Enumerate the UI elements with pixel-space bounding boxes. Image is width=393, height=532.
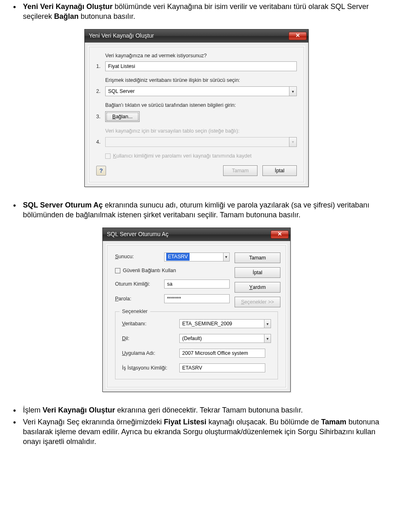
bullet-4: Veri Kaynağı Seç ekranında örneğimizdeki… [8, 417, 385, 447]
bullet-3: İşlem Veri Kaynağı Oluştur ekranına geri… [8, 405, 385, 415]
dialog1-title: Yeni Veri Kaynağı Oluştur [89, 32, 154, 40]
step-num-1: 1. [96, 63, 105, 70]
close-icon[interactable]: ✕ [271, 230, 289, 239]
chevron-down-icon[interactable]: ▾ [289, 86, 297, 96]
server-combo[interactable]: ETASRV [164, 252, 223, 261]
bullet-1-bold: Yeni Veri Kaynağı Oluştur [23, 2, 113, 11]
bullet-2: SQL Server Oturum Aç ekranında sunucu ad… [8, 200, 385, 220]
server-label: Sunucu:Sunucu: [115, 253, 164, 260]
help-icon[interactable]: ? [96, 166, 106, 176]
dialog2-titlebar[interactable]: SQL Server Oturumu Aç ✕ [103, 228, 290, 241]
dialog1-q4: Veri kaynağınız için bir varsayılan tabl… [105, 128, 297, 135]
login-label: Oturum Kimliği: [115, 281, 164, 288]
bullet-2-bold: SQL Server Oturum Aç [23, 201, 103, 209]
step-num-3: 3. [96, 113, 105, 120]
trusted-connection-checkbox[interactable]: Güvenli Bağlantı Kullan [115, 267, 230, 274]
ok-button[interactable]: Tamam [235, 252, 280, 263]
dialog1-q3: Bağlan'ı tıklatın ve sürücü tarafından i… [105, 102, 297, 109]
database-label: Veritabanı:Veritabanı: [122, 320, 179, 327]
create-data-source-dialog: Yeni Veri Kaynağı Oluştur ✕ Veri kaynağı… [84, 29, 309, 187]
default-table-select [105, 137, 289, 147]
chevron-down-icon: ▾ [289, 137, 297, 147]
dialog2-title: SQL Server Oturumu Aç [107, 230, 168, 238]
help-button[interactable]: YardımYardım [235, 282, 280, 293]
close-icon[interactable]: ✕ [289, 32, 307, 40]
cancel-button[interactable]: İptal [262, 165, 297, 176]
app-name-input[interactable] [179, 349, 265, 358]
save-credentials-checkbox: KKullanıcı kimliğimi ve parolamı veri ka… [105, 153, 297, 160]
language-label: Dil:Dil: [122, 335, 179, 342]
chevron-down-icon[interactable]: ▾ [223, 252, 230, 261]
options-button: Seçenekler >>Seçenekler >> [235, 297, 280, 307]
driver-select[interactable] [105, 86, 289, 96]
chevron-down-icon[interactable]: ▾ [264, 334, 271, 343]
password-label: Parola:Parola: [115, 295, 164, 302]
datasource-name-input[interactable] [105, 61, 297, 71]
cancel-button[interactable]: İptal [235, 267, 280, 278]
connect-button[interactable]: BBağlan...ağlan... [105, 111, 140, 122]
workstation-input[interactable] [179, 363, 265, 372]
ok-button: Tamam [223, 165, 257, 176]
password-input[interactable] [164, 294, 230, 303]
step-num-2: 2. [96, 88, 105, 95]
sql-server-login-dialog: SQL Server Oturumu Aç ✕ Sunucu:Sunucu: E… [102, 228, 291, 392]
dialog1-titlebar[interactable]: Yeni Veri Kaynağı Oluştur ✕ [85, 29, 308, 43]
options-legend: Seçenekler [120, 308, 150, 315]
dialog1-q1: Veri kaynağınıza ne ad vermek istiyorsun… [105, 52, 297, 59]
chevron-down-icon[interactable]: ▾ [264, 319, 271, 328]
workstation-label: İş İstasyonu Kimliği:İş İstasyonu Kimliğ… [122, 365, 179, 372]
dialog1-q2: Erişmek istediğiniz veritabanı türüne il… [105, 77, 297, 84]
database-combo[interactable] [179, 319, 264, 328]
language-combo[interactable] [179, 334, 264, 343]
app-name-label: Uygulama Adı:Uygulama Adı: [122, 350, 179, 357]
login-input[interactable] [164, 280, 230, 289]
options-group: Seçenekler Veritabanı:Veritabanı: ▾ Dil:… [115, 311, 278, 379]
bullet-1: Yeni Veri Kaynağı Oluştur bölümünde veri… [8, 2, 385, 22]
step-num-4: 4. [96, 139, 105, 146]
